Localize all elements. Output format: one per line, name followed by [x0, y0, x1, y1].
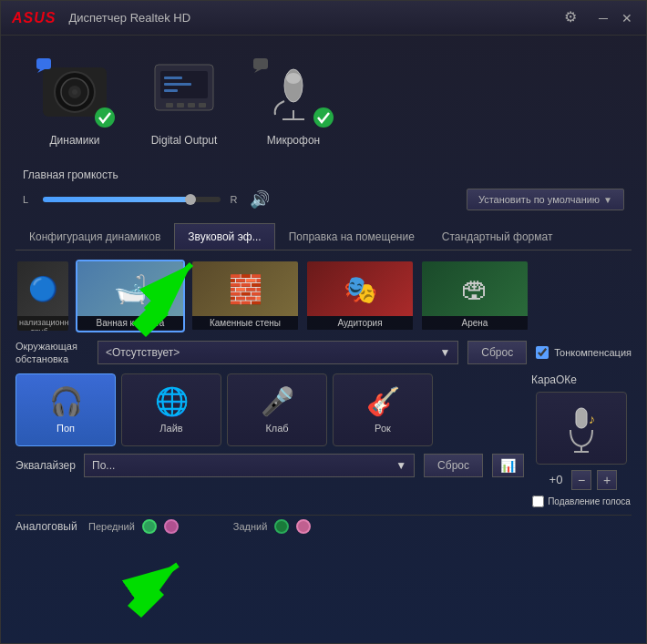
env-label-arena: Арена	[422, 316, 528, 330]
volume-slider[interactable]	[43, 197, 221, 202]
volume-thumb	[185, 194, 196, 205]
bottom-section: 🎧 Поп 🌐 Лайв 🎤 Клаб 🎸	[15, 373, 632, 507]
chevron-down-icon: ▼	[603, 195, 612, 205]
svg-rect-15	[188, 103, 195, 107]
env-dropdown[interactable]: <Отсутствует> ▼	[98, 341, 458, 364]
env-thumb-bath[interactable]: 🛁 Ванная комната	[76, 260, 185, 332]
eq-dropdown-arrow: ▼	[395, 459, 406, 472]
speaker-icon-wrap	[34, 56, 116, 128]
digital-icon-wrap	[143, 56, 225, 128]
karaoke-pitch-controls: +0 − +	[546, 470, 617, 490]
window-controls: ⚙ ─ ✕	[564, 8, 635, 28]
close-button[interactable]: ✕	[619, 10, 635, 26]
rock-label: Рок	[375, 423, 391, 434]
club-icon: 🎤	[261, 385, 294, 417]
back-green-dot[interactable]	[274, 519, 289, 534]
analog-front-section: Передний	[88, 519, 179, 534]
titlebar: ASUS Диспетчер Realtek HD ⚙ ─ ✕	[1, 1, 646, 36]
svg-point-4	[72, 89, 77, 95]
vol-l-label: L	[23, 194, 34, 205]
voice-suppress-label: Подавление голоса	[548, 496, 631, 506]
env-reset-button[interactable]: Сброс	[467, 341, 527, 364]
pitch-minus-button[interactable]: −	[571, 470, 591, 490]
chat-bubble-icon	[36, 57, 54, 77]
eq-row: Эквалайзер По... ▼ Сброс 📊	[15, 454, 524, 477]
env-selector-label: Окружающая обстановка	[15, 340, 88, 366]
env-dropdown-arrow: ▼	[439, 346, 450, 359]
live-label: Лайв	[159, 423, 182, 434]
settings-icon[interactable]: ⚙	[564, 8, 584, 28]
front-green-dot[interactable]	[142, 519, 157, 534]
tab-format[interactable]: Стандартный формат	[428, 223, 567, 250]
voice-suppress-checkbox[interactable]	[532, 496, 544, 507]
mic-check-badge	[313, 107, 334, 128]
device-digital[interactable]: Digital Output	[143, 56, 225, 147]
asus-logo: ASUS	[12, 10, 56, 26]
analog-row: Аналоговый Передний Задний	[15, 515, 632, 537]
svg-rect-16	[199, 103, 206, 107]
tonkomp-wrap: Тонкомпенсация	[536, 346, 632, 359]
speaker-volume-icon[interactable]: 🔊	[250, 189, 270, 210]
env-thumb-stone[interactable]: 🧱 Каменные стены	[190, 260, 300, 332]
app-title: Диспетчер Realtek HD	[68, 11, 564, 25]
env-label-hall: Аудитория	[307, 316, 413, 330]
back-label: Задний	[233, 521, 268, 532]
genre-row: 🎧 Поп 🌐 Лайв 🎤 Клаб 🎸	[15, 373, 524, 446]
analog-back-section: Задний	[233, 519, 312, 534]
minimize-button[interactable]: ─	[595, 10, 611, 26]
genre-club[interactable]: 🎤 Клаб	[227, 373, 327, 446]
tab-room[interactable]: Поправка на помещение	[275, 223, 428, 250]
tonkomp-label: Тонкомпенсация	[554, 347, 632, 358]
svg-rect-13	[166, 103, 173, 107]
genre-pop[interactable]: 🎧 Поп	[15, 373, 116, 446]
svg-text:♪: ♪	[589, 412, 595, 426]
tab-effects[interactable]: Звуковой эф...	[174, 223, 274, 250]
svg-rect-24	[576, 408, 587, 428]
eq-dropdown[interactable]: По... ▼	[84, 454, 415, 477]
vol-r-label: R	[230, 194, 241, 205]
eq-bars-button[interactable]: 📊	[492, 454, 524, 477]
genre-rock[interactable]: 🎸 Рок	[333, 373, 433, 446]
tonkomp-checkbox[interactable]	[536, 346, 549, 359]
voice-suppress-wrap: Подавление голоса	[532, 496, 631, 507]
effects-area: 🔵 нализационная труб... 🛁 Ванная комната…	[15, 260, 632, 632]
eq-reset-button[interactable]: Сброс	[424, 454, 483, 477]
device-speakers[interactable]: Динамики	[34, 56, 116, 147]
tab-config[interactable]: Конфигурация динамиков	[15, 223, 174, 250]
env-thumb-hall[interactable]: 🎭 Аудитория	[305, 260, 415, 332]
svg-marker-23	[254, 69, 262, 73]
karaoke-section: КараОКе ♪	[531, 373, 632, 507]
env-thumb-partial[interactable]: 🔵 нализационная труб...	[15, 260, 70, 332]
effects-main: 🎧 Поп 🌐 Лайв 🎤 Клаб 🎸	[15, 373, 524, 507]
svg-rect-12	[164, 89, 178, 92]
svg-point-21	[313, 107, 334, 128]
pitch-value: +0	[546, 473, 566, 486]
front-label: Передний	[88, 521, 135, 532]
speaker-check-badge	[94, 107, 116, 128]
svg-point-5	[95, 107, 115, 128]
set-default-label: Установить по умолчанию	[478, 194, 600, 205]
devices-row: Динамики	[15, 46, 632, 156]
chat-bubble2-icon	[252, 57, 271, 77]
app-window: ASUS Диспетчер Realtek HD ⚙ ─ ✕	[0, 0, 647, 644]
pitch-plus-button[interactable]: +	[597, 470, 617, 490]
back-pink-dot[interactable]	[296, 519, 311, 534]
set-default-button[interactable]: Установить по умолчанию ▼	[467, 189, 624, 210]
main-content: Динамики	[1, 36, 646, 643]
device-mic[interactable]: Микрофон	[252, 56, 334, 147]
svg-rect-14	[177, 103, 184, 107]
mic-label: Микрофон	[267, 134, 320, 147]
env-label-stone: Каменные стены	[192, 316, 298, 330]
analog-label: Аналоговый	[15, 520, 79, 533]
karaoke-icon[interactable]: ♪	[536, 392, 627, 465]
tabs-row: Конфигурация динамиков Звуковой эф... По…	[15, 223, 632, 250]
front-pink-dot[interactable]	[164, 519, 179, 534]
volume-section: Главная громкость L R 🔊 Установить по ум…	[15, 165, 632, 214]
live-icon: 🌐	[155, 385, 189, 417]
svg-rect-11	[164, 83, 191, 86]
svg-rect-10	[164, 77, 182, 79]
genre-live[interactable]: 🌐 Лайв	[121, 373, 221, 446]
volume-fill	[43, 197, 194, 202]
mic-icon-wrap	[252, 56, 334, 128]
env-thumb-arena[interactable]: 🏟 Арена	[420, 260, 529, 332]
